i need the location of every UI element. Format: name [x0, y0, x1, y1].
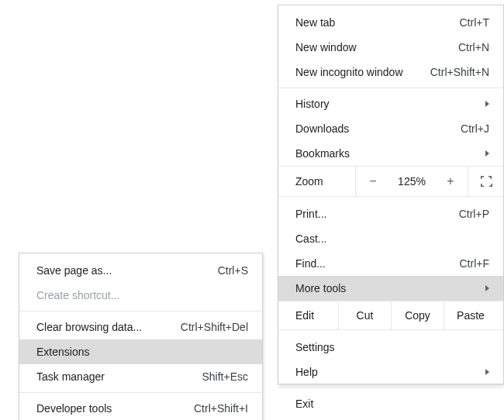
menu-label: Help: [295, 366, 479, 378]
submenu-arrow-icon: [485, 101, 489, 107]
menu-item-new-tab[interactable]: New tab Ctrl+T: [278, 10, 503, 35]
menu-item-create-shortcut[interactable]: Create shortcut...: [19, 283, 262, 308]
menu-shortcut: Ctrl+P: [459, 208, 489, 220]
menu-item-downloads[interactable]: Downloads Ctrl+J: [278, 116, 503, 141]
menu-label: New incognito window: [295, 66, 430, 78]
menu-label: Save page as...: [36, 264, 218, 277]
menu-shortcut: Ctrl+Shift+N: [430, 66, 489, 78]
menu-label: Exit: [295, 398, 489, 410]
menu-label: Bookmarks: [295, 147, 479, 160]
zoom-in-button[interactable]: +: [433, 167, 468, 196]
more-tools-submenu: Save page as... Ctrl+S Create shortcut..…: [19, 253, 263, 420]
submenu-arrow-icon: [485, 150, 489, 157]
menu-item-task-manager[interactable]: Task manager Shift+Esc: [19, 364, 262, 389]
menu-item-new-window[interactable]: New window Ctrl+N: [278, 35, 503, 60]
menu-shortcut: Ctrl+T: [460, 16, 490, 29]
menu-item-save-page[interactable]: Save page as... Ctrl+S: [19, 258, 262, 283]
menu-label: Task manager: [36, 370, 202, 383]
zoom-row: Zoom − 125% +: [278, 166, 503, 197]
menu-label: Cast...: [295, 232, 489, 245]
copy-button[interactable]: Copy: [392, 301, 444, 329]
menu-item-cast[interactable]: Cast...: [278, 226, 503, 251]
menu-separator: [278, 88, 503, 88]
menu-shortcut: Shift+Esc: [202, 370, 248, 383]
menu-label: Developer tools: [36, 402, 194, 415]
menu-label: New window: [295, 41, 458, 53]
edit-label: Edit: [278, 301, 339, 329]
menu-label: Settings: [295, 341, 489, 353]
menu-item-settings[interactable]: Settings: [278, 335, 503, 360]
submenu-arrow-icon: [485, 285, 489, 291]
menu-item-history[interactable]: History: [278, 91, 503, 116]
menu-item-clear-browsing-data[interactable]: Clear browsing data... Ctrl+Shift+Del: [19, 315, 262, 339]
menu-item-find[interactable]: Find... Ctrl+F: [278, 251, 503, 276]
menu-item-help[interactable]: Help: [278, 360, 503, 384]
menu-shortcut: Ctrl+S: [218, 264, 248, 277]
submenu-arrow-icon: [485, 369, 489, 375]
menu-item-extensions[interactable]: Extensions: [19, 339, 262, 364]
menu-separator: [19, 392, 262, 393]
zoom-out-button[interactable]: −: [356, 167, 390, 196]
menu-label: Downloads: [295, 122, 461, 135]
cut-button[interactable]: Cut: [339, 301, 392, 329]
menu-separator: [19, 311, 262, 312]
chrome-main-menu: New tab Ctrl+T New window Ctrl+N New inc…: [278, 5, 504, 384]
menu-shortcut: Ctrl+N: [458, 41, 489, 53]
menu-label: Print...: [295, 208, 459, 220]
menu-item-more-tools[interactable]: More tools: [278, 276, 503, 301]
zoom-label: Zoom: [278, 167, 356, 196]
paste-button[interactable]: Paste: [444, 301, 497, 329]
menu-separator: [278, 387, 503, 388]
menu-item-new-incognito[interactable]: New incognito window Ctrl+Shift+N: [278, 60, 503, 84]
menu-shortcut: Ctrl+F: [460, 257, 490, 270]
menu-label: Clear browsing data...: [36, 321, 181, 333]
zoom-value: 125%: [390, 167, 433, 196]
menu-label: History: [295, 98, 479, 110]
menu-item-developer-tools[interactable]: Developer tools Ctrl+Shift+I: [19, 396, 262, 420]
edit-row: Edit Cut Copy Paste: [278, 301, 503, 330]
menu-label: Create shortcut...: [36, 289, 248, 301]
menu-item-exit[interactable]: Exit: [278, 391, 503, 416]
menu-shortcut: Ctrl+Shift+Del: [181, 321, 248, 333]
menu-item-print[interactable]: Print... Ctrl+P: [278, 201, 503, 226]
fullscreen-button[interactable]: [468, 167, 503, 196]
menu-shortcut: Ctrl+J: [461, 122, 489, 135]
menu-label: More tools: [295, 282, 479, 294]
menu-label: New tab: [295, 16, 460, 29]
menu-label: Find...: [295, 257, 460, 270]
menu-shortcut: Ctrl+Shift+I: [194, 402, 248, 415]
menu-label: Extensions: [36, 346, 248, 358]
fullscreen-icon: [480, 175, 492, 188]
menu-item-bookmarks[interactable]: Bookmarks: [278, 141, 503, 166]
